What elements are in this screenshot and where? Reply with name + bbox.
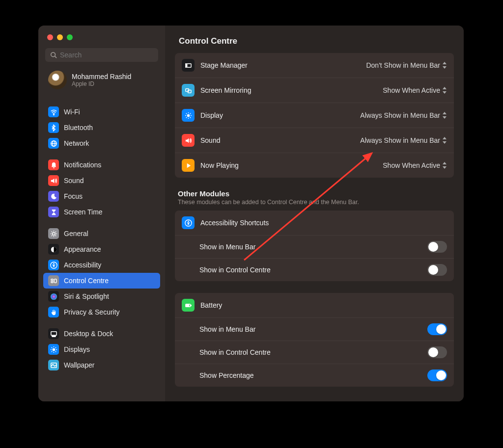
sidebar-item-label: Bluetooth	[64, 124, 93, 132]
search-field[interactable]	[45, 48, 158, 62]
toggle-row-show-percentage: Show Percentage	[175, 364, 454, 387]
sidebar-item-notifications[interactable]: Notifications	[43, 157, 160, 173]
search-input[interactable]	[60, 51, 153, 59]
sound-icon	[182, 134, 195, 147]
svg-rect-10	[51, 279, 53, 280]
sidebar-item-label: General	[64, 230, 88, 237]
hand-icon	[48, 307, 59, 317]
svg-rect-15	[52, 336, 56, 337]
svg-rect-21	[185, 66, 186, 67]
toggle-switch[interactable]	[427, 241, 447, 253]
module-label: Screen Mirroring	[200, 86, 383, 94]
svg-point-13	[50, 293, 56, 299]
sidebar-item-wi-fi[interactable]: Wi-Fi	[43, 104, 160, 120]
toggle-label: Show in Control Centre	[199, 348, 427, 356]
svg-rect-12	[54, 279, 56, 283]
sidebar-item-displays[interactable]: Displays	[43, 342, 160, 357]
bt-icon	[48, 122, 59, 133]
sidebar-item-label: Wi-Fi	[64, 108, 80, 116]
bell-icon	[48, 159, 59, 170]
dock-icon	[48, 328, 59, 339]
module-dropdown[interactable]: Always Show in Menu Bar	[360, 111, 447, 119]
toggle-row-show-in-control-centre: Show in Control Centre	[175, 259, 454, 281]
close-button[interactable]	[47, 34, 53, 40]
sidebar-item-desktop-dock[interactable]: Desktop & Dock	[43, 326, 160, 342]
avatar	[48, 71, 67, 89]
module-label: Stage Manager	[200, 61, 366, 69]
svg-point-6	[52, 232, 55, 235]
module-row-sound: Sound Always Show in Menu Bar	[175, 128, 454, 153]
sound-icon	[48, 175, 59, 186]
wifi-icon	[48, 106, 59, 117]
sidebar-item-control-centre[interactable]: Control Centre	[43, 273, 160, 289]
toggle-label: Show in Menu Bar	[199, 243, 427, 251]
sidebar-item-siri-spotlight[interactable]: Siri & Spotlight	[43, 289, 160, 304]
access-icon	[182, 216, 195, 229]
toggle-switch[interactable]	[427, 346, 447, 358]
sidebar-item-appearance[interactable]: Appearance	[43, 241, 160, 257]
module-row-now-playing: Now Playing Show When Active	[175, 153, 454, 178]
sidebar-item-screen-time[interactable]: Screen Time	[43, 204, 160, 220]
sidebar-item-network[interactable]: Network	[43, 135, 160, 151]
mirror-icon	[182, 84, 195, 97]
updown-icon	[442, 137, 447, 144]
sidebar-item-label: Control Centre	[64, 277, 109, 285]
svg-point-16	[52, 348, 55, 351]
svg-rect-14	[51, 331, 56, 335]
hourglass-icon	[48, 207, 59, 217]
svg-point-26	[188, 221, 189, 222]
modules-card: Stage Manager Don't Show in Menu Bar Scr…	[175, 53, 454, 178]
user-sub: Apple ID	[72, 80, 131, 87]
moon-icon	[48, 191, 59, 202]
svg-rect-18	[187, 63, 191, 67]
maximize-button[interactable]	[67, 34, 73, 40]
toggle-row-show-in-menu-bar: Show in Menu Bar	[175, 318, 454, 341]
sidebar-item-privacy-security[interactable]: Privacy & Security	[43, 304, 160, 320]
svg-rect-20	[185, 65, 186, 66]
sidebar: Mohammed Rashid Apple ID Wi-FiBluetoothN…	[38, 26, 165, 401]
module-label: Display	[200, 111, 360, 119]
display-icon	[48, 344, 59, 355]
svg-rect-29	[186, 304, 189, 306]
sidebar-item-bluetooth[interactable]: Bluetooth	[43, 120, 160, 135]
svg-rect-11	[51, 281, 53, 283]
module-label: Sound	[200, 136, 360, 144]
user-account[interactable]: Mohammed Rashid Apple ID	[43, 69, 160, 98]
sidebar-item-label: Notifications	[64, 161, 101, 169]
toggle-label: Show Percentage	[199, 371, 427, 379]
gear-icon	[48, 228, 59, 239]
module-dropdown[interactable]: Show When Active	[383, 86, 447, 94]
sidebar-item-label: Accessibility	[64, 261, 101, 269]
updown-icon	[442, 112, 447, 119]
sidebar-item-label: Network	[64, 139, 89, 147]
module-label: Now Playing	[200, 161, 383, 169]
sidebar-item-focus[interactable]: Focus	[43, 188, 160, 204]
sidebar-item-accessibility[interactable]: Accessibility	[43, 257, 160, 273]
other-modules-sub: These modules can be added to Control Ce…	[175, 199, 454, 211]
module-dropdown[interactable]: Always Show in Menu Bar	[360, 136, 447, 144]
toggle-switch[interactable]	[427, 369, 447, 381]
updown-icon	[442, 87, 447, 94]
toggle-switch[interactable]	[427, 264, 447, 276]
sidebar-item-wallpaper[interactable]: Wallpaper	[43, 357, 160, 373]
sidebar-item-label: Sound	[64, 177, 84, 184]
sidebar-item-general[interactable]: General	[43, 226, 160, 241]
module-dropdown[interactable]: Don't Show in Menu Bar	[366, 61, 447, 69]
sidebar-item-sound[interactable]: Sound	[43, 173, 160, 188]
module-dropdown[interactable]: Show When Active	[383, 161, 447, 169]
sidebar-item-label: Siri & Spotlight	[64, 292, 109, 300]
toggle-switch[interactable]	[427, 323, 447, 335]
section-label: Battery	[200, 301, 447, 309]
svg-point-2	[53, 114, 54, 115]
search-icon	[50, 52, 57, 58]
svg-rect-19	[185, 63, 186, 64]
siri-icon	[48, 291, 59, 302]
window-controls	[43, 31, 160, 48]
sidebar-item-label: Privacy & Security	[64, 308, 120, 316]
toggle-label: Show in Menu Bar	[199, 325, 427, 333]
page-title: Control Centre	[165, 26, 464, 53]
module-row-stage-manager: Stage Manager Don't Show in Menu Bar	[175, 53, 454, 78]
stage-icon	[182, 59, 195, 72]
minimize-button[interactable]	[57, 34, 63, 40]
section-label: Accessibility Shortcuts	[200, 219, 447, 227]
